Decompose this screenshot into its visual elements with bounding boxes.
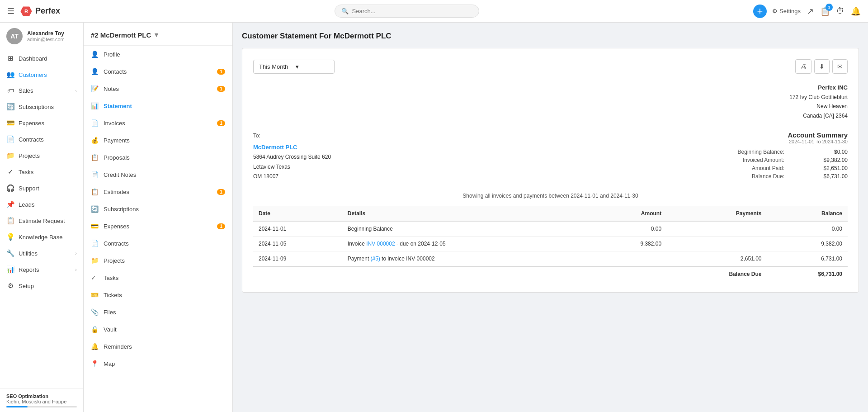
submenu-item-contracts[interactable]: 📄 Contracts bbox=[84, 235, 232, 252]
search-box[interactable]: 🔍 bbox=[335, 5, 479, 18]
submenu-item-contacts[interactable]: 👤 Contacts 1 bbox=[84, 63, 232, 80]
hamburger-icon[interactable]: ☰ bbox=[7, 6, 14, 16]
summary-label: Amount Paid: bbox=[752, 165, 784, 171]
projects-icon: 📁 bbox=[6, 152, 14, 160]
sidebar-item-utilities[interactable]: 🔧 Utilities › bbox=[0, 245, 83, 261]
sidebar-item-dashboard[interactable]: ⊞ Dashboard bbox=[0, 50, 83, 66]
vault-icon: 🔒 bbox=[91, 326, 99, 333]
company-name: Perfex INC bbox=[253, 83, 848, 93]
user-name: Alexandre Toy bbox=[27, 30, 65, 37]
sidebar-item-leads[interactable]: 📌 Leads bbox=[0, 196, 83, 213]
submenu-item-statement[interactable]: 📊 Statement bbox=[84, 97, 232, 114]
summary-label: Balance Due: bbox=[752, 173, 784, 180]
submenu-item-projects[interactable]: 📁 Projects bbox=[84, 252, 232, 269]
submenu-item-files[interactable]: 📎 Files bbox=[84, 303, 232, 321]
filter-select[interactable]: This Month ▾ bbox=[253, 60, 335, 74]
invoice-link[interactable]: INV-000002 bbox=[366, 241, 395, 247]
search-container: 🔍 bbox=[66, 5, 748, 18]
app-name: Perfex bbox=[35, 6, 60, 16]
submenu-item-map[interactable]: 📍 Map bbox=[84, 355, 232, 372]
notifications-button[interactable]: 🔔 bbox=[851, 6, 861, 16]
submenu-item-label: Map bbox=[104, 360, 115, 367]
submenu-item-notes[interactable]: 📝 Notes 1 bbox=[84, 80, 232, 97]
submenu-item-subscriptions[interactable]: 🔄 Subscriptions bbox=[84, 200, 232, 218]
to-block: To: McDermott PLC 5864 Audrey Crossing S… bbox=[253, 131, 331, 182]
submenu-item-tickets[interactable]: 🎫 Tickets bbox=[84, 286, 232, 303]
statement-info-bar: Showing all invoices and payments betwee… bbox=[253, 193, 848, 199]
summary-value: $9,382.00 bbox=[811, 157, 848, 163]
submenu-item-vault[interactable]: 🔒 Vault bbox=[84, 321, 232, 338]
sidebar-item-estimate-request[interactable]: 📋 Estimate Request bbox=[0, 213, 83, 229]
share-button[interactable]: ↗ bbox=[807, 6, 814, 16]
layout: AT Alexandre Toy admin@test.com ⊞ Dashbo… bbox=[0, 23, 868, 412]
submenu-header: #2 McDermott PLC ▾ bbox=[84, 23, 232, 46]
settings-link[interactable]: ⚙ Settings bbox=[772, 8, 801, 14]
timer-button[interactable]: ⏱ bbox=[836, 6, 844, 16]
submenu-item-label: Tickets bbox=[104, 292, 122, 298]
sidebar-item-support[interactable]: 🎧 Support bbox=[0, 180, 83, 196]
row-payments bbox=[667, 221, 767, 237]
sidebar-label: Projects bbox=[19, 152, 40, 159]
messages-badge: 3 bbox=[826, 4, 833, 11]
submenu-item-label: Credit Notes bbox=[104, 171, 136, 178]
print-button[interactable]: 🖨 bbox=[795, 59, 811, 74]
sidebar-label: Subscriptions bbox=[19, 104, 54, 110]
summary-beginning-balance: Beginning Balance: $0.00 bbox=[738, 149, 848, 155]
customers-icon: 👥 bbox=[6, 71, 14, 79]
submenu-item-profile[interactable]: 👤 Profile bbox=[84, 46, 232, 63]
row-payments bbox=[667, 237, 767, 251]
payment-link[interactable]: (#5) bbox=[371, 256, 380, 262]
sidebar-item-expenses[interactable]: 💳 Expenses bbox=[0, 115, 83, 131]
sidebar-label: Knowledge Base bbox=[19, 234, 63, 241]
submenu-item-label: Contracts bbox=[104, 240, 129, 247]
search-input[interactable] bbox=[352, 8, 472, 14]
sidebar-item-projects[interactable]: 📁 Projects bbox=[0, 147, 83, 164]
col-date: Date bbox=[253, 206, 342, 221]
svg-text:R: R bbox=[24, 9, 28, 14]
balance-due-value: $6,731.00 bbox=[767, 266, 848, 281]
utilities-icon: 🔧 bbox=[6, 249, 14, 257]
row-amount bbox=[593, 251, 667, 267]
submenu-item-estimates[interactable]: 📋 Estimates 1 bbox=[84, 183, 232, 200]
sidebar-label: Estimate Request bbox=[19, 218, 65, 224]
row-balance: 6,731.00 bbox=[767, 251, 848, 267]
download-button[interactable]: ⬇ bbox=[814, 59, 830, 74]
submenu-item-payments[interactable]: 💰 Payments bbox=[84, 132, 232, 149]
page-title: Customer Statement For McDermott PLC bbox=[242, 32, 859, 41]
add-button[interactable]: + bbox=[753, 5, 767, 18]
sidebar-label: Support bbox=[19, 185, 39, 192]
submenu-item-tasks[interactable]: ✓ Tasks bbox=[84, 269, 232, 286]
email-button[interactable]: ✉ bbox=[832, 59, 848, 74]
sidebar-item-tasks[interactable]: ✓ Tasks bbox=[0, 164, 83, 180]
submenu-item-proposals[interactable]: 📋 Proposals bbox=[84, 149, 232, 166]
sidebar-label: Customers bbox=[19, 71, 47, 78]
submenu-item-label: Reminders bbox=[104, 343, 132, 350]
sidebar-item-customers[interactable]: 👥 Customers bbox=[0, 66, 83, 83]
empty-cell bbox=[593, 266, 667, 281]
seo-progress-bar-container bbox=[6, 406, 77, 407]
submenu-item-expenses[interactable]: 💳 Expenses 1 bbox=[84, 218, 232, 235]
sidebar-item-sales[interactable]: 🏷 Sales › bbox=[0, 83, 83, 99]
sidebar-item-subscriptions[interactable]: 🔄 Subscriptions bbox=[0, 99, 83, 115]
empty-cell bbox=[342, 266, 593, 281]
row-amount: 9,382.00 bbox=[593, 237, 667, 251]
submenu-item-credit-notes[interactable]: 📄 Credit Notes bbox=[84, 166, 232, 183]
sidebar-bottom: SEO Optimization Kiehn, Mosciski and Hop… bbox=[0, 388, 83, 412]
sidebar-item-contracts[interactable]: 📄 Contracts bbox=[0, 131, 83, 147]
statement-icon: 📊 bbox=[91, 102, 99, 109]
submenu-item-invoices[interactable]: 📄 Invoices 1 bbox=[84, 114, 232, 132]
row-details: Beginning Balance bbox=[342, 221, 593, 237]
messages-button[interactable]: 📋 3 bbox=[820, 6, 830, 16]
summary-amount-paid: Amount Paid: $2,651.00 bbox=[738, 165, 848, 171]
sidebar-item-knowledge-base[interactable]: 💡 Knowledge Base bbox=[0, 229, 83, 245]
seo-company: Kiehn, Mosciski and Hoppe bbox=[6, 399, 77, 404]
sidebar-label: Reports bbox=[19, 266, 39, 273]
submenu-item-label: Expenses bbox=[104, 223, 129, 230]
summary-value: $2,651.00 bbox=[811, 165, 848, 171]
avatar: AT bbox=[6, 28, 23, 44]
bell-icon: 🔔 bbox=[851, 7, 861, 16]
user-block[interactable]: AT Alexandre Toy admin@test.com bbox=[0, 23, 83, 50]
sidebar-item-reports[interactable]: 📊 Reports › bbox=[0, 261, 83, 278]
submenu-item-reminders[interactable]: 🔔 Reminders bbox=[84, 338, 232, 355]
sidebar-item-setup[interactable]: ⚙ Setup bbox=[0, 278, 83, 294]
